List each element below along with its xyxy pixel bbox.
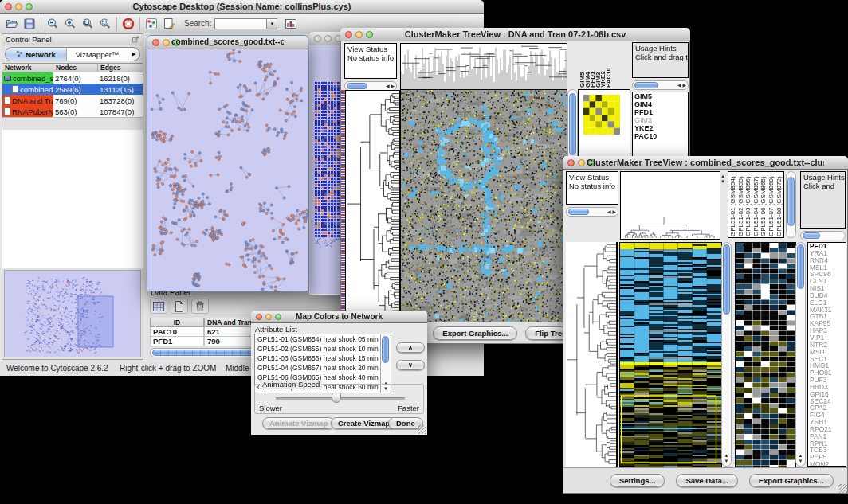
animate-vizmap-button[interactable]: Animate Vizmap: [262, 417, 335, 429]
gene-label[interactable]: YKE2: [633, 124, 688, 132]
search-combobox[interactable]: ▼: [214, 18, 277, 29]
tv1-row-dendrogram-canvas[interactable]: [345, 90, 400, 324]
minimize-icon[interactable]: [578, 159, 585, 166]
search-input[interactable]: [214, 18, 267, 29]
tab-vizmapper[interactable]: VizMapper™: [67, 48, 128, 61]
column-edges[interactable]: Edges: [98, 64, 143, 72]
column-network[interactable]: Network: [2, 64, 53, 72]
vscroll-thumb[interactable]: [382, 336, 389, 363]
tv1-matrix-thumbnail-canvas[interactable]: [583, 95, 620, 135]
network-canvas[interactable]: [147, 49, 308, 291]
close-icon[interactable]: [256, 314, 262, 320]
treeview-action-button[interactable]: Save Data...: [676, 474, 737, 487]
tv2-heatmap-canvas[interactable]: [619, 242, 722, 468]
scroll-arrows-icon[interactable]: ◀ ▶: [677, 83, 686, 88]
vizmapper-icon[interactable]: [143, 16, 160, 31]
hscroll-thumb[interactable]: [634, 82, 658, 88]
vscroll-thumb[interactable]: [797, 244, 804, 289]
column-label[interactable]: PAC10: [606, 44, 611, 88]
close-icon[interactable]: [5, 3, 12, 10]
save-icon[interactable]: [21, 16, 38, 31]
zoom-out-icon[interactable]: [44, 16, 61, 31]
tabs-overflow-icon[interactable]: ▶: [128, 48, 139, 61]
close-icon[interactable]: [152, 39, 159, 46]
move-down-button[interactable]: ∨: [396, 360, 425, 370]
main-titlebar[interactable]: Cytoscape Desktop (Session Name: collins…: [0, 0, 484, 14]
gene-label[interactable]: GIM4: [633, 100, 688, 108]
move-up-button[interactable]: ∧: [396, 342, 425, 353]
gene-label[interactable]: PFD1: [633, 108, 688, 116]
resize-grip[interactable]: [838, 484, 847, 493]
tv2-hints-hscrollbar[interactable]: [800, 231, 846, 240]
zoom-fit-icon[interactable]: [79, 16, 96, 31]
gene-label[interactable]: MON2: [808, 461, 846, 467]
tv1-hints-hscrollbar[interactable]: ◀ ▶: [632, 80, 689, 90]
new-attribute-icon[interactable]: [171, 299, 188, 314]
gene-label[interactable]: GIM5: [633, 92, 688, 100]
attribute-item[interactable]: GPL51-01 (GSM854) heat shock 05 min: [255, 334, 391, 344]
vscroll-thumb[interactable]: [723, 244, 730, 315]
network-table-row[interactable]: combined_scores_ 2764(0) 16218(0): [2, 72, 143, 84]
hscroll-thumb[interactable]: [347, 83, 367, 89]
scroll-arrows-icon[interactable]: ◀ ▶: [607, 209, 616, 215]
attribute-item[interactable]: GPL51-02 (GSM855) heat shock 10 min: [255, 344, 391, 354]
scroll-arrows-icon[interactable]: ▲▼: [796, 453, 805, 464]
tv1-heatmap-canvas[interactable]: [400, 89, 567, 324]
minimize-icon[interactable]: [163, 39, 170, 46]
network-overview-canvas[interactable]: [5, 271, 140, 357]
minimize-icon[interactable]: [324, 35, 332, 42]
tv2-status-hscrollbar[interactable]: ◀ ▶: [566, 207, 618, 217]
resize-grip[interactable]: [418, 425, 426, 434]
hscroll-thumb[interactable]: [803, 232, 820, 239]
column-label[interactable]: GPL51-08 (GSM872): [776, 172, 784, 237]
delete-attribute-trash-icon[interactable]: [191, 299, 209, 314]
network-overview-panel[interactable]: [4, 270, 141, 357]
hscroll-thumb[interactable]: [568, 209, 589, 215]
minimize-icon[interactable]: [265, 314, 272, 320]
scroll-arrows-icon[interactable]: ◀ ▶: [386, 84, 395, 89]
close-icon[interactable]: [345, 31, 352, 38]
tab-network[interactable]: Network: [6, 48, 67, 61]
column-nodes[interactable]: Nodes: [53, 64, 98, 72]
treeview-action-button[interactable]: Export Graphics...: [433, 326, 517, 340]
tv2-zoom-heatmap-canvas[interactable]: [735, 242, 796, 468]
gene-label[interactable]: PAC10: [633, 132, 688, 140]
scroll-arrows-icon[interactable]: ▲▼: [722, 453, 731, 464]
attribute-item[interactable]: GPL51-03 (GSM856) heat shock 15 min: [255, 354, 391, 363]
dialog-titlebar[interactable]: Map Colors to Network: [251, 311, 427, 323]
minimize-icon[interactable]: [355, 31, 363, 38]
zoom-selected-icon[interactable]: [96, 16, 114, 31]
animation-slider-thumb[interactable]: [332, 393, 341, 403]
network-table-row[interactable]: RNAPuberNov2+ 563(0) 107847(0): [2, 106, 143, 117]
tv2-labels-vscrollbar[interactable]: [786, 171, 796, 238]
attribute-table-icon[interactable]: [150, 299, 167, 314]
annotation-icon[interactable]: [160, 16, 178, 31]
tv1-column-dendrogram-canvas[interactable]: [400, 43, 567, 90]
zoom-in-icon[interactable]: [61, 16, 79, 31]
search-dropdown-icon[interactable]: ▼: [267, 18, 277, 29]
help-lifesaver-icon[interactable]: [120, 16, 137, 31]
vscroll-thumb[interactable]: [787, 177, 795, 226]
minimize-icon[interactable]: [15, 3, 22, 10]
column-id[interactable]: ID: [150, 318, 204, 327]
network-table-row[interactable]: combined_sco 2569(6) 13112(15): [2, 84, 143, 95]
treeview-action-button[interactable]: Settings...: [610, 474, 665, 487]
attribute-browser-icon[interactable]: [282, 16, 300, 31]
net2-window-controls[interactable]: [314, 35, 342, 42]
tv2-heatmap-vscrollbar[interactable]: ▲▼: [721, 242, 732, 467]
network-table-row[interactable]: DNA and Tran 07 769(0) 183728(0): [2, 95, 143, 106]
tv2-zoom-vscrollbar[interactable]: ▲▼: [795, 242, 806, 467]
close-icon[interactable]: [567, 159, 575, 166]
create-vizmap-button[interactable]: Create Vizmap: [331, 417, 397, 429]
attribute-item[interactable]: GPL51-04 (GSM857) heat shock 20 min: [255, 363, 391, 373]
treeview-action-button[interactable]: Export Graphics...: [749, 474, 834, 487]
vscroll-thumb[interactable]: [569, 93, 576, 155]
tv2-column-dendrogram-canvas[interactable]: [620, 171, 720, 240]
network-view-titlebar[interactable]: combined_scores_good.txt--cluste...: [147, 36, 308, 49]
close-icon[interactable]: [314, 35, 321, 42]
open-file-icon[interactable]: [3, 16, 21, 31]
tv1-titlebar[interactable]: ClusterMaker TreeView : DNA and Tran 07-…: [340, 28, 690, 41]
scroll-arrows-icon[interactable]: ▲▼: [720, 174, 725, 185]
float-panel-icon[interactable]: [132, 35, 140, 45]
gene-label[interactable]: GIM3: [633, 116, 688, 124]
